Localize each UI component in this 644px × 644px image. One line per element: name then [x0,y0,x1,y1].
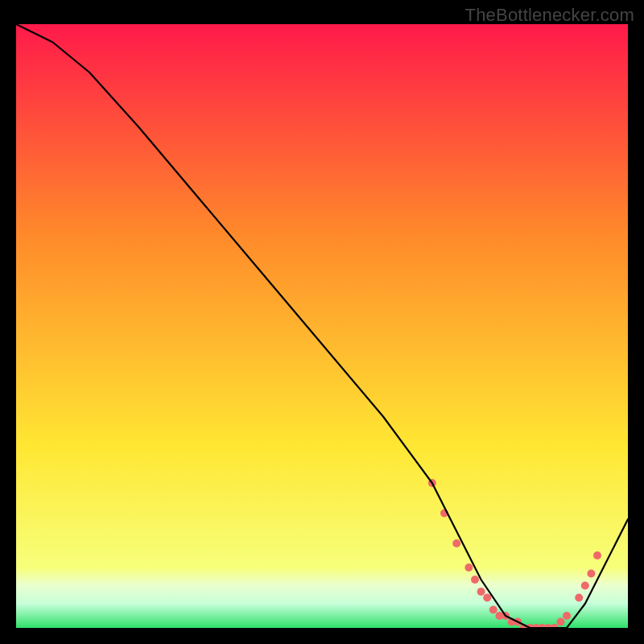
chart-background-gradient [16,24,628,628]
chart-marker-point [464,564,473,572]
chart-marker-point [575,594,583,602]
chart-marker-point [471,576,479,584]
chart-marker-point [477,588,485,596]
chart-marker-point [489,606,497,614]
chart-container [16,24,628,628]
chart-marker-point [581,582,589,590]
chart-marker-point [563,612,571,620]
chart-marker-point [593,551,601,559]
chart-marker-point [556,618,564,626]
chart-marker-point [452,539,460,547]
bottleneck-chart [16,24,628,628]
watermark-text: TheBottlenecker.com [465,5,634,26]
chart-marker-point [587,570,595,578]
chart-marker-point [483,594,491,602]
